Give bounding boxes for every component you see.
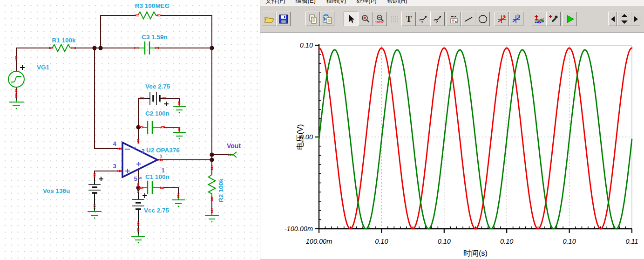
y-tick-label: -100.00m <box>285 225 313 233</box>
ground-dots <box>16 108 213 244</box>
zoom-100-icon: 100% <box>375 14 385 24</box>
x-tick-label: 0.11 <box>625 238 638 245</box>
component-r1-resistor[interactable] <box>52 45 73 52</box>
line-icon <box>464 14 473 24</box>
component-c3-capacitor[interactable] <box>138 41 156 55</box>
zoom-in-button[interactable] <box>358 12 373 26</box>
cursor-b-button[interactable]: b <box>509 12 523 26</box>
draw-ellipse-button[interactable] <box>475 12 490 26</box>
open-button[interactable] <box>262 12 276 26</box>
ellipse-icon <box>478 14 488 24</box>
schematic-drawing: R1 100k R3 100MEG C3 1.59n VG1 Vee 2.75 … <box>0 0 260 260</box>
x-tick-label: 0.10 <box>375 238 388 245</box>
run-button[interactable] <box>563 12 577 26</box>
label-u2[interactable]: U2 OPA376 <box>146 147 180 154</box>
floppy-disk-icon <box>279 14 288 24</box>
pin-3: 3 <box>113 163 116 170</box>
component-c2-capacitor[interactable] <box>142 121 162 134</box>
page-scroller <box>608 12 640 26</box>
label-c1[interactable]: C1 100n <box>145 173 169 180</box>
copy-button[interactable] <box>305 12 320 26</box>
scroll-left-button[interactable] <box>608 12 617 26</box>
add-curves-button[interactable] <box>532 12 546 26</box>
text-icon: T <box>404 14 414 24</box>
cursor-a-button[interactable]: a <box>495 12 509 26</box>
curve-label-t-icon: T <box>419 14 428 24</box>
legend-button[interactable]: x <box>447 12 461 26</box>
grid-icon <box>390 14 399 24</box>
label-r1[interactable]: R1 100k <box>52 37 76 44</box>
copy-icon <box>308 14 318 24</box>
label-r2[interactable]: R2 100k <box>217 178 224 202</box>
vout-terminal[interactable] <box>229 152 237 157</box>
label-vos[interactable]: Vos 136u <box>43 187 70 194</box>
label-vcc[interactable]: Vcc 2.75 <box>144 207 169 214</box>
waveform-plot[interactable]: 100.00m0.100.100.100.100.110.100.00-100.… <box>260 33 644 259</box>
draw-line-button[interactable] <box>461 12 475 26</box>
save-button[interactable] <box>276 12 291 26</box>
label-vee[interactable]: Vee 2.75 <box>145 83 170 90</box>
terminal-stubs <box>15 14 232 232</box>
pin-2: 2 <box>141 148 144 155</box>
paste-button[interactable] <box>320 12 334 26</box>
paste-icon <box>322 14 332 24</box>
svg-text:b: b <box>517 14 520 18</box>
play-icon <box>565 14 575 24</box>
svg-text:T: T <box>406 14 411 24</box>
grid-button[interactable] <box>387 12 401 26</box>
zoom-100-button[interactable]: 100% <box>373 12 387 26</box>
eyedropper-icon <box>549 14 559 24</box>
component-vos-battery[interactable] <box>88 177 103 210</box>
cursor-arrow-icon <box>346 14 356 24</box>
svg-text:?: ? <box>435 20 438 24</box>
folder-open-icon <box>264 14 274 24</box>
pin-4: 4 <box>113 140 116 147</box>
cursor-a-icon: a <box>497 14 507 24</box>
menu-help[interactable]: 帮助(H) <box>382 0 413 5</box>
app-window: R1 100k R3 100MEG C3 1.59n VG1 Vee 2.75 … <box>0 0 644 260</box>
menu-edit[interactable]: 编辑(E) <box>291 0 321 5</box>
analysis-window: 文件(F)编辑(E)视图(V)处理(P)帮助(H) <box>260 0 644 260</box>
menu-file[interactable]: 文件(F) <box>260 0 291 5</box>
select-mode-button[interactable] <box>344 12 358 26</box>
plot-canvas: 100.00m0.100.100.100.100.110.100.00-100.… <box>260 33 644 259</box>
legend-icon: x <box>449 14 459 24</box>
component-r3-resistor[interactable] <box>138 12 158 19</box>
pin-2-small: 2 <box>131 146 136 149</box>
schematic-canvas[interactable]: R1 100k R3 100MEG C3 1.59n VG1 Vee 2.75 … <box>0 0 260 260</box>
pick-curve-button[interactable] <box>546 12 561 26</box>
y-axis-title: 电压(V) <box>296 124 304 150</box>
label-vg1[interactable]: VG1 <box>37 64 50 71</box>
label-r3[interactable]: R3 100MEG <box>135 2 169 9</box>
wires <box>16 15 229 213</box>
add-text-button[interactable]: T <box>401 12 416 26</box>
label-c2[interactable]: C2 100n <box>145 110 169 117</box>
cursor-b-icon: b <box>511 14 522 24</box>
component-c1-capacitor[interactable] <box>142 181 161 194</box>
menu-view[interactable]: 视图(V) <box>321 0 351 5</box>
arrow-right-icon <box>633 16 639 22</box>
component-r2-resistor[interactable] <box>209 175 216 196</box>
pin-5: 5 <box>134 175 137 182</box>
label-vout[interactable]: Vout <box>227 142 241 150</box>
scroll-right-button[interactable] <box>631 12 640 26</box>
arrow-left-icon <box>610 16 616 22</box>
menu-bar: 文件(F)编辑(E)视图(V)处理(P)帮助(H) <box>260 0 644 5</box>
curve-label-help-icon: ? <box>433 14 442 24</box>
pin-1-small: 1 <box>160 153 163 158</box>
menu-process[interactable]: 处理(P) <box>351 0 381 5</box>
ground-symbols <box>9 100 219 240</box>
y-tick-label: 0.10 <box>300 41 313 49</box>
x-tick-label: 100.00m <box>306 238 332 245</box>
zoom-in-icon <box>361 14 370 24</box>
add-curves-icon <box>534 14 544 24</box>
x-tick-label: 0.10 <box>500 238 513 245</box>
x-axis-title: 时间(s) <box>463 249 488 257</box>
x-tick-label: 0.10 <box>563 238 576 245</box>
label-c3[interactable]: C3 1.59n <box>142 34 168 41</box>
value-spinner[interactable] <box>617 12 631 26</box>
annotate-curve-t-button[interactable]: T <box>416 12 430 26</box>
toolbar: 100% T <box>260 5 644 33</box>
annotate-curve-help-button[interactable]: ? <box>430 12 445 26</box>
spinner-up-down-icon <box>620 14 629 25</box>
